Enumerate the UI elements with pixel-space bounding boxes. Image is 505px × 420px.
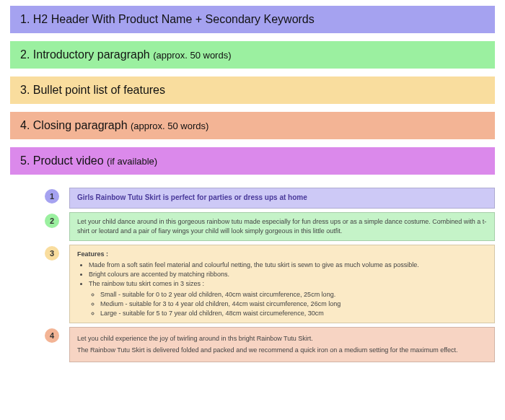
feature-item: Bright colours are accented by matching …: [89, 270, 487, 279]
legend-text: Bullet point list of features: [33, 84, 165, 96]
legend-num: 1.: [20, 13, 30, 25]
legend-small: (approx. 50 words): [153, 50, 231, 61]
example-wrap: 1 Girls Rainbow Tutu Skirt is perfect fo…: [10, 188, 495, 362]
example-row-header: 1 Girls Rainbow Tutu Skirt is perfect fo…: [45, 188, 495, 209]
legend-row-5: 5. Product video (if available): [10, 147, 495, 175]
example-intro-box: Let your child dance around in this gorg…: [69, 212, 495, 241]
closing-text-2: The Rainbow Tutu Skirt is delivered fold…: [77, 346, 487, 355]
badge-1: 1: [45, 189, 59, 204]
legend-small: (if available): [107, 156, 157, 167]
example-row-intro: 2 Let your child dance around in this go…: [45, 212, 495, 241]
features-list: Made from a soft satin feel material and…: [77, 261, 487, 318]
legend-row-1: 1. H2 Header With Product Name + Seconda…: [10, 6, 495, 33]
legend-text: Closing paragraph: [33, 119, 128, 131]
size-item: Small - suitable for 0 to 2 year old chi…: [100, 290, 487, 299]
badge-2: 2: [45, 214, 59, 228]
legend-num: 3.: [20, 84, 30, 96]
example-header-text: Girls Rainbow Tutu Skirt is perfect for …: [77, 193, 307, 201]
example-row-features: 3 Features : Made from a soft satin feel…: [45, 245, 495, 323]
legend-row-3: 3. Bullet point list of features: [10, 76, 495, 104]
legend-text: H2 Header With Product Name + Secondary …: [33, 13, 315, 25]
size-item: Medium - suitable for 3 to 4 year old ch…: [100, 299, 487, 309]
example-closing-box: Let you child experience the joy of twir…: [69, 327, 495, 362]
feature-item: The rainbow tutu skirt comes in 3 sizes …: [89, 279, 487, 318]
badge-3: 3: [45, 246, 59, 261]
legend-row-2: 2. Introductory paragraph (approx. 50 wo…: [10, 41, 495, 69]
features-label: Features :: [77, 250, 487, 259]
legend-num: 5.: [20, 154, 30, 167]
legend-small: (approx. 50 words): [131, 121, 208, 131]
sizes-list: Small - suitable for 0 to 2 year old chi…: [89, 290, 487, 318]
feature-item-text: The rainbow tutu skirt comes in 3 sizes …: [89, 280, 204, 287]
size-item: Large - suitable for 5 to 7 year old chi…: [100, 309, 487, 318]
legend-text: Product video: [33, 154, 104, 167]
legend-row-4: 4. Closing paragraph (approx. 50 words): [10, 112, 495, 139]
example-features-box: Features : Made from a soft satin feel m…: [69, 245, 495, 323]
badge-4: 4: [45, 328, 59, 343]
legend-num: 4.: [20, 119, 30, 131]
legend-num: 2.: [20, 48, 30, 61]
legend-text: Introductory paragraph: [33, 48, 150, 61]
example-header-box: Girls Rainbow Tutu Skirt is perfect for …: [69, 188, 495, 209]
example-intro-text: Let your child dance around in this gorg…: [77, 218, 486, 235]
feature-item: Made from a soft satin feel material and…: [89, 261, 487, 270]
closing-text-1: Let you child experience the joy of twir…: [77, 334, 487, 344]
example-row-closing: 4 Let you child experience the joy of tw…: [45, 327, 495, 362]
